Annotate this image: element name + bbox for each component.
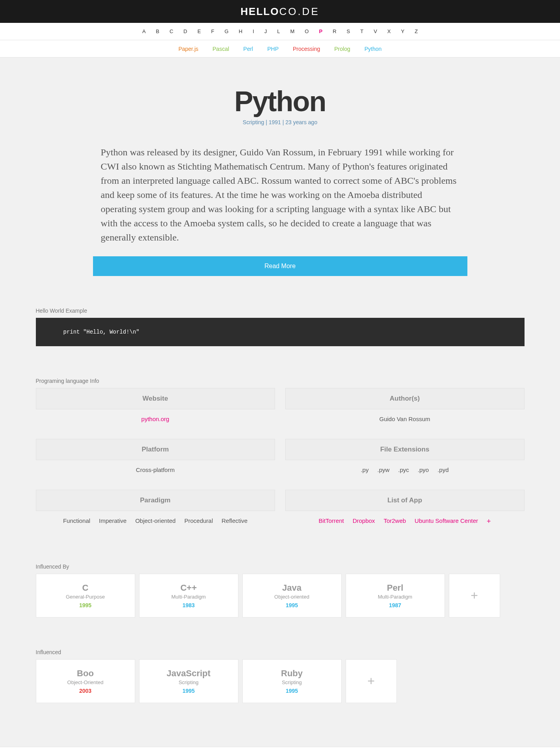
influenced-label: Influenced xyxy=(36,649,525,655)
subnav-php[interactable]: PHP xyxy=(267,46,279,52)
subnav-pascal[interactable]: Pascal xyxy=(212,46,229,52)
card-tag: Object-Oriented xyxy=(39,679,132,685)
info-link[interactable]: Ubuntu Software Center xyxy=(415,517,478,526)
alpha-r[interactable]: R xyxy=(333,28,336,34)
alpha-o[interactable]: O xyxy=(305,28,309,34)
lang-card-c[interactable]: CGeneral-Purpose1995 xyxy=(36,574,135,617)
logo-thin: CO.DE xyxy=(279,6,319,17)
add-card-button[interactable]: + xyxy=(346,659,397,703)
info-link[interactable]: Tor2web xyxy=(383,517,406,526)
info-body: .py.pyw.pyc.pyo.pyd xyxy=(285,460,525,479)
info-link[interactable]: BitTorrent xyxy=(318,517,344,526)
card-name: C xyxy=(39,583,132,593)
info-cell-platform: PlatformCross-platform xyxy=(36,439,275,479)
info-body: FunctionalImperativeObject-orientedProce… xyxy=(36,511,275,530)
influenced-by-section: Influenced By CGeneral-Purpose1995C++Mul… xyxy=(28,563,532,617)
info-value: Reflective xyxy=(221,517,247,524)
lang-card-ruby[interactable]: RubyScripting1995 xyxy=(242,659,342,703)
alpha-i[interactable]: I xyxy=(253,28,254,34)
intro-paragraph: Python was released by its designer, Gui… xyxy=(93,145,467,244)
info-value: Imperative xyxy=(99,517,127,524)
alpha-b[interactable]: B xyxy=(156,28,160,34)
info-link[interactable]: python.org xyxy=(141,416,169,422)
read-more-button[interactable]: Read More xyxy=(93,256,467,276)
card-name: Perl xyxy=(349,583,441,593)
info-body: Cross-platform xyxy=(36,460,275,479)
alpha-c[interactable]: C xyxy=(169,28,173,34)
info-value: .pyd xyxy=(437,466,448,473)
info-value: Guido Van Rossum xyxy=(380,416,430,422)
info-head: Author(s) xyxy=(285,388,525,409)
card-name: JavaScript xyxy=(143,668,235,679)
lang-card-javascript[interactable]: JavaScriptScripting1995 xyxy=(139,659,238,703)
info-body: Guido Van Rossum xyxy=(285,409,525,429)
card-name: Java xyxy=(246,583,338,593)
alpha-t[interactable]: T xyxy=(360,28,363,34)
add-card-button[interactable]: + xyxy=(449,574,500,617)
info-head: Website xyxy=(36,388,275,409)
card-year: 1995 xyxy=(246,602,338,608)
alpha-s[interactable]: S xyxy=(347,28,350,34)
logo[interactable]: HELLOCO.DE xyxy=(240,6,319,18)
info-head: File Extensions xyxy=(285,439,525,460)
info-value: Cross-platform xyxy=(136,466,175,473)
alpha-x[interactable]: X xyxy=(387,28,391,34)
alpha-m[interactable]: M xyxy=(290,28,295,34)
card-tag: Object-oriented xyxy=(246,594,338,600)
subnav-processing[interactable]: Processing xyxy=(293,46,320,52)
card-name: Ruby xyxy=(246,668,338,679)
info-cell-website: Websitepython.org xyxy=(36,388,275,429)
info-section: Programing language Info Websitepython.o… xyxy=(28,378,532,532)
lang-card-boo[interactable]: BooObject-Oriented2003 xyxy=(36,659,135,703)
lang-card-perl[interactable]: PerlMulti-Paradigm1987 xyxy=(346,574,445,617)
subnav-python[interactable]: Python xyxy=(365,46,382,52)
card-year: 1983 xyxy=(143,602,235,608)
plus-icon: + xyxy=(471,588,478,603)
alpha-z[interactable]: Z xyxy=(415,28,418,34)
card-name: C++ xyxy=(143,583,235,593)
info-body: BitTorrentDropboxTor2webUbuntu Software … xyxy=(285,511,525,532)
alpha-d[interactable]: D xyxy=(184,28,187,34)
info-value: .pyw xyxy=(377,466,389,473)
expand-icon[interactable]: + xyxy=(487,517,491,526)
alpha-nav: ABCDEFGHIJLMOPRSTVXYZ xyxy=(0,23,560,40)
lang-card-java[interactable]: JavaObject-oriented1995 xyxy=(242,574,342,617)
logo-bold: HELLO xyxy=(240,6,279,17)
info-value: Procedural xyxy=(184,517,213,524)
card-name: Boo xyxy=(39,668,132,679)
alpha-p[interactable]: P xyxy=(319,28,322,34)
footer: g+1 0 🐦Tweet 0 Feedback for version 0.24… xyxy=(0,746,560,748)
subnav-paper-js[interactable]: Paper.js xyxy=(179,46,199,52)
info-value: .py xyxy=(361,466,368,473)
alpha-l[interactable]: L xyxy=(277,28,280,34)
influenced-section: Influenced BooObject-Oriented2003JavaScr… xyxy=(28,649,532,703)
subnav-perl[interactable]: Perl xyxy=(243,46,253,52)
info-cell-file-extensions: File Extensions.py.pyw.pyc.pyo.pyd xyxy=(285,439,525,479)
subnav-prolog[interactable]: Prolog xyxy=(334,46,350,52)
page-title: Python xyxy=(0,85,560,118)
alpha-j[interactable]: J xyxy=(264,28,267,34)
lang-card-c-[interactable]: C++Multi-Paradigm1983 xyxy=(139,574,238,617)
info-head: List of App xyxy=(285,490,525,511)
info-head: Paradigm xyxy=(36,490,275,511)
card-tag: Multi-Paradigm xyxy=(349,594,441,600)
info-head: Platform xyxy=(36,439,275,460)
title-block: Python Scripting | 1991 | 23 years ago xyxy=(0,85,560,125)
info-value: Functional xyxy=(63,517,90,524)
alpha-a[interactable]: A xyxy=(142,28,146,34)
alpha-e[interactable]: E xyxy=(197,28,201,34)
alpha-f[interactable]: F xyxy=(211,28,214,34)
alpha-y[interactable]: Y xyxy=(401,28,405,34)
alpha-g[interactable]: G xyxy=(225,28,229,34)
info-label: Programing language Info xyxy=(36,378,525,384)
alpha-v[interactable]: V xyxy=(374,28,377,34)
card-year: 1987 xyxy=(349,602,441,608)
card-year: 1995 xyxy=(143,688,235,694)
influenced-by-label: Influenced By xyxy=(36,563,525,570)
info-value: Object-oriented xyxy=(135,517,176,524)
info-body: python.org xyxy=(36,409,275,429)
alpha-h[interactable]: H xyxy=(239,28,242,34)
info-link[interactable]: Dropbox xyxy=(353,517,375,526)
plus-icon: + xyxy=(367,674,375,688)
card-tag: General-Purpose xyxy=(39,594,132,600)
